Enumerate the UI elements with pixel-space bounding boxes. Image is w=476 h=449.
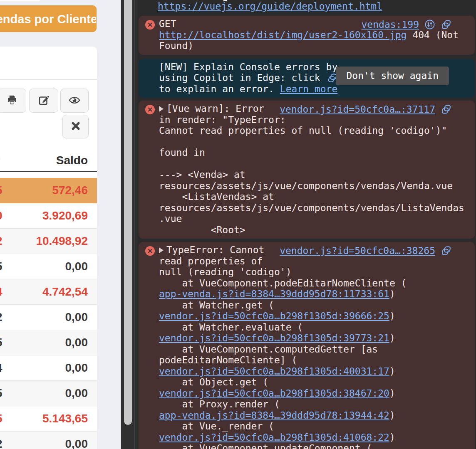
devtools-window-edge <box>134 0 135 449</box>
initiator-icon[interactable] <box>424 19 435 30</box>
message-source-block: vendor.js?id=50cfc0a…:38265 <box>280 245 451 257</box>
copilot-icon[interactable] <box>441 245 451 256</box>
saldo-value: 0,00 <box>65 387 88 400</box>
table-row[interactable]: 50,00 <box>0 381 97 406</box>
stack-trace-link[interactable]: Learn more <box>280 84 337 94</box>
type-error: ×vendor.js?id=50cfc0a…:38265TypeError: C… <box>139 242 475 449</box>
clipped-column-fragment: 5 <box>0 260 2 273</box>
stack-trace-link[interactable]: vendor.js?id=50cfc0a…b298f1305d:39666:25 <box>159 311 389 321</box>
table-row[interactable]: 50,00 <box>0 254 97 279</box>
clipped-column-fragment: 5 <box>0 184 2 197</box>
saldo-value: 0,00 <box>65 437 88 449</box>
clipped-column-fragment: 2 <box>0 234 2 248</box>
eye-icon <box>68 94 81 108</box>
top-edge-highlight <box>0 0 40 1</box>
expand-triangle-icon[interactable] <box>159 247 164 253</box>
page-scrollbar-track[interactable] <box>121 0 137 449</box>
dont-show-again-button[interactable]: Don't show again <box>336 67 449 85</box>
clipped-column-fragment: 5 <box>0 412 2 425</box>
devtools-console-pane: https://vuejs.org/guide/deployment.html … <box>137 0 476 449</box>
saldo-value: 4.742,54 <box>42 285 88 299</box>
card-header-divider <box>0 79 97 80</box>
saldo-column-header: Saldo <box>56 154 88 167</box>
saldo-table-body: 5572,4603.920,69210.498,9250,0044.742,54… <box>0 178 97 449</box>
stack-trace-link[interactable]: vendor.js?id=50cfc0a…b298f1305d:38467:20 <box>159 388 389 399</box>
message-source-block: vendas:199 <box>362 19 451 30</box>
saldo-value: 0,00 <box>65 311 88 324</box>
copilot-icon[interactable] <box>441 19 451 30</box>
error-badge-icon: × <box>145 20 155 30</box>
edit-button[interactable] <box>29 89 58 113</box>
clipped-column-fragment: 5 <box>0 387 2 400</box>
error-badge-icon: × <box>145 246 155 256</box>
print-button[interactable] <box>0 89 26 113</box>
copilot-explain-banner: [NEW] Explain Console errors by using Co… <box>139 59 475 98</box>
view-button[interactable] <box>60 89 89 113</box>
error-badge-icon: × <box>145 105 155 114</box>
vendas-por-cliente-button[interactable]: Vendas por Cliente <box>0 5 97 32</box>
edit-icon <box>37 94 50 108</box>
source-file-link[interactable]: vendor.js?id=50cfc0a…:38265 <box>280 245 435 257</box>
stack-trace-link[interactable]: vendor.js?id=50cfc0a…b298f1305d:39773:21 <box>159 333 389 343</box>
saldo-value: 0,00 <box>65 361 88 375</box>
vue-warn-error: ×vendor.js?id=50cfc0a…:37117[Vue warn]: … <box>139 101 475 239</box>
message-source-block: vendor.js?id=50cfc0a…:37117 <box>280 104 451 115</box>
print-icon <box>6 94 18 108</box>
table-row[interactable]: 55.143,65 <box>0 406 97 432</box>
stack-trace-link[interactable]: app-venda.js?id=8384…39ddd95d78:13944:42 <box>159 410 389 421</box>
clipped-column-fragment: 2 <box>0 437 2 449</box>
network-404-error: ×vendas:199GET http://localhost/dist/img… <box>139 16 475 55</box>
app-left-pane: Vendas por Cliente r Saldo <box>0 0 121 449</box>
table-row[interactable]: 210.498,92 <box>0 229 97 254</box>
table-header-row: r Saldo <box>0 150 97 172</box>
saldo-value: 0,00 <box>65 336 88 349</box>
clipped-column-fragment: 4 <box>0 361 2 375</box>
saldo-value: 0,00 <box>65 260 88 273</box>
clipped-column-fragment: 2 <box>0 311 2 324</box>
source-file-link[interactable]: vendas:199 <box>362 19 419 30</box>
console-messages: ×vendas:199GET http://localhost/dist/img… <box>137 16 476 449</box>
saldo-value: 572,46 <box>52 184 88 197</box>
table-row[interactable]: 20,00 <box>0 432 97 449</box>
saldo-value: 10.498,92 <box>36 234 88 248</box>
stack-trace-link[interactable]: vendor.js?id=50cfc0a…b298f1305d:41068:22 <box>159 432 389 443</box>
close-button[interactable] <box>62 115 89 138</box>
copilot-icon[interactable] <box>441 104 451 115</box>
stack-trace-link[interactable]: app-venda.js?id=8384…39ddd95d78:11733:61 <box>159 289 389 299</box>
saldo-value: 3.920,69 <box>42 209 88 222</box>
console-message-text: [Vue warn]: Error in render: "TypeError:… <box>139 101 475 239</box>
close-icon <box>69 120 82 133</box>
table-row[interactable]: 03.920,69 <box>0 203 97 229</box>
expand-triangle-icon[interactable] <box>159 106 164 112</box>
table-row[interactable]: 20,00 <box>0 305 97 330</box>
table-row[interactable]: 50,00 <box>0 330 97 355</box>
clipped-column-fragment: 5 <box>0 336 2 349</box>
page-scrollbar-thumb[interactable] <box>124 0 132 425</box>
vuejs-deployment-link[interactable]: https://vuejs.org/guide/deployment.html <box>158 1 382 12</box>
console-message-text: TypeError: Cannot read properties of nul… <box>139 242 475 449</box>
clipped-column-fragment: 0 <box>0 209 2 222</box>
saldo-value: 5.143,65 <box>42 412 88 425</box>
clipped-column-fragment: 4 <box>0 285 2 299</box>
sale-card: r Saldo 5572,4603.920,69210.498,9250,004… <box>0 47 97 449</box>
stack-trace-link[interactable]: http://localhost/dist/img/user2-160x160.… <box>159 30 407 40</box>
table-row[interactable]: 40,00 <box>0 355 97 381</box>
table-row[interactable]: 5572,46 <box>0 178 97 203</box>
table-row[interactable]: 44.742,54 <box>0 279 97 305</box>
stack-trace-link[interactable]: vendor.js?id=50cfc0a…b298f1305d:40031:17 <box>159 366 389 377</box>
source-file-link[interactable]: vendor.js?id=50cfc0a…:37117 <box>280 104 435 115</box>
